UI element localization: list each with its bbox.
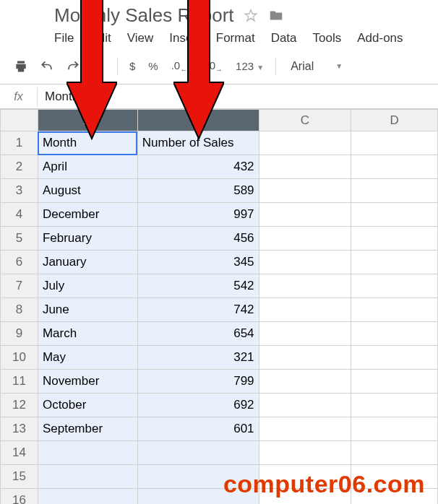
row-header[interactable]: 13	[1, 417, 38, 441]
row-header[interactable]: 11	[1, 370, 38, 394]
chevron-down-icon: ▼	[335, 62, 343, 70]
cell[interactable]	[259, 203, 351, 227]
cell-b4[interactable]: 997	[137, 203, 259, 227]
cell-b7[interactable]: 542	[137, 274, 259, 298]
cell[interactable]	[351, 274, 438, 298]
separator	[117, 58, 118, 75]
cell[interactable]	[259, 251, 351, 274]
menu-tools[interactable]: Tools	[313, 31, 342, 45]
select-all-corner[interactable]	[1, 110, 38, 131]
cell[interactable]	[259, 131, 351, 155]
cell[interactable]	[351, 322, 438, 346]
row-header[interactable]: 8	[1, 298, 38, 322]
cell[interactable]	[259, 417, 351, 441]
menu-addons[interactable]: Add-ons	[357, 31, 403, 45]
column-header-d[interactable]: D	[351, 110, 438, 131]
row-header[interactable]: 7	[1, 274, 38, 298]
star-icon[interactable]	[243, 8, 259, 24]
cell[interactable]	[259, 227, 351, 251]
fx-label: fx	[0, 87, 38, 106]
row-header[interactable]: 1	[1, 131, 38, 155]
cell[interactable]	[351, 394, 438, 417]
cell[interactable]	[259, 322, 351, 346]
cell-a9[interactable]: March	[38, 322, 137, 346]
cell[interactable]	[259, 441, 351, 465]
menu-data[interactable]: Data	[271, 31, 297, 45]
cell-b5[interactable]: 456	[137, 227, 259, 251]
print-icon[interactable]	[12, 57, 30, 76]
cell[interactable]	[259, 298, 351, 322]
number-format-button[interactable]: 123 ▼	[233, 60, 267, 72]
cell[interactable]	[351, 251, 438, 274]
cell-b12[interactable]: 692	[137, 394, 259, 417]
cell-b3[interactable]: 589	[137, 179, 259, 203]
cell[interactable]	[38, 465, 137, 489]
row-header[interactable]: 9	[1, 322, 38, 346]
cell-b11[interactable]: 799	[137, 370, 259, 394]
cell-b9[interactable]: 654	[137, 322, 259, 346]
row-header[interactable]: 14	[1, 441, 38, 465]
cell-b8[interactable]: 742	[137, 298, 259, 322]
cell[interactable]	[259, 274, 351, 298]
row-header[interactable]: 3	[1, 179, 38, 203]
cell[interactable]	[38, 441, 137, 465]
cell[interactable]	[351, 417, 438, 441]
cell-a11[interactable]: November	[38, 370, 137, 394]
row-header[interactable]: 2	[1, 155, 38, 179]
cell[interactable]	[259, 370, 351, 394]
cell-b6[interactable]: 345	[137, 251, 259, 274]
cell[interactable]	[351, 370, 438, 394]
cell[interactable]	[38, 489, 137, 505]
cell[interactable]	[351, 179, 438, 203]
separator	[275, 58, 276, 75]
undo-icon[interactable]	[38, 57, 56, 76]
percent-button[interactable]: %	[145, 60, 160, 72]
row-header[interactable]: 10	[1, 346, 38, 370]
watermark-text: computer06.com	[223, 470, 425, 498]
cell[interactable]	[259, 346, 351, 370]
cell-a2[interactable]: April	[38, 155, 137, 179]
cell[interactable]	[351, 155, 438, 179]
cell-a5[interactable]: February	[38, 227, 137, 251]
cell-a12[interactable]: October	[38, 394, 137, 417]
cell-b2[interactable]: 432	[137, 155, 259, 179]
cell-a10[interactable]: May	[38, 346, 137, 370]
cell-a7[interactable]: July	[38, 274, 137, 298]
annotation-arrow-icon	[66, 0, 117, 140]
row-header[interactable]: 15	[1, 465, 38, 489]
spreadsheet-grid: A B C D 1MonthNumber of Sales 2April432 …	[0, 109, 438, 504]
cell-b13[interactable]: 601	[137, 417, 259, 441]
column-header-c[interactable]: C	[259, 110, 351, 131]
cell[interactable]	[351, 346, 438, 370]
cell[interactable]	[259, 155, 351, 179]
row-header[interactable]: 4	[1, 203, 38, 227]
cell-a4[interactable]: December	[38, 203, 137, 227]
cell[interactable]	[259, 179, 351, 203]
row-header[interactable]: 12	[1, 394, 38, 417]
cell-b10[interactable]: 321	[137, 346, 259, 370]
row-header[interactable]: 5	[1, 227, 38, 251]
cell[interactable]	[351, 227, 438, 251]
cell[interactable]	[351, 298, 438, 322]
row-header[interactable]: 16	[1, 489, 38, 505]
cell[interactable]	[259, 394, 351, 417]
cell[interactable]	[351, 441, 438, 465]
cell[interactable]	[137, 441, 259, 465]
annotation-arrow-icon	[173, 0, 224, 140]
font-name: Arial	[291, 60, 314, 73]
cell-a3[interactable]: August	[38, 179, 137, 203]
menu-view[interactable]: View	[127, 31, 154, 45]
currency-button[interactable]: $	[126, 60, 138, 72]
cell[interactable]	[351, 203, 438, 227]
cell-a8[interactable]: June	[38, 298, 137, 322]
folder-icon[interactable]	[267, 8, 285, 24]
cell[interactable]	[351, 131, 438, 155]
cell-a6[interactable]: January	[38, 251, 137, 274]
font-selector[interactable]: Arial ▼	[285, 60, 348, 73]
cell-a13[interactable]: September	[38, 417, 137, 441]
row-header[interactable]: 6	[1, 251, 38, 274]
